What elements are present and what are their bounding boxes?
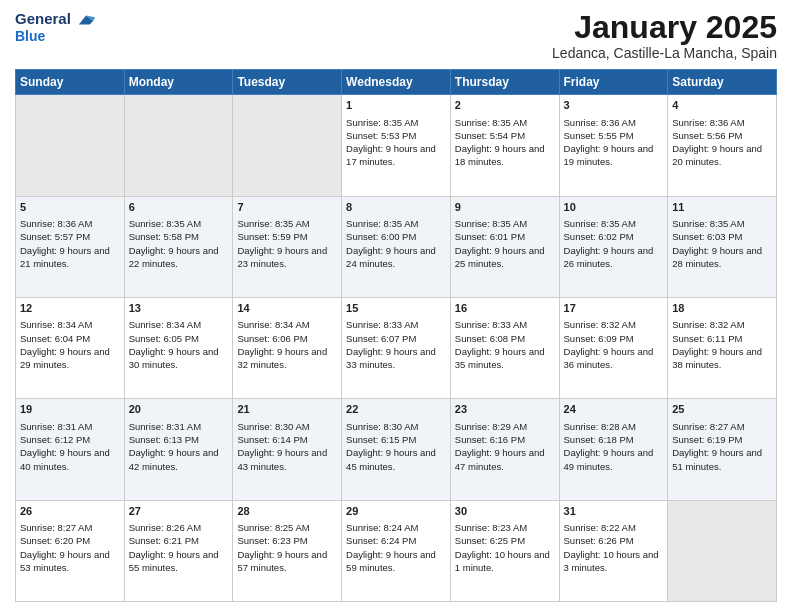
daylight-label: Daylight: 9 hours and 36 minutes.: [564, 346, 654, 370]
sunset: Sunset: 6:14 PM: [237, 434, 307, 445]
day-cell: 21Sunrise: 8:30 AMSunset: 6:14 PMDayligh…: [233, 399, 342, 500]
day-number: 18: [672, 301, 772, 316]
daylight-label: Daylight: 9 hours and 38 minutes.: [672, 346, 762, 370]
daylight-label: Daylight: 9 hours and 35 minutes.: [455, 346, 545, 370]
daylight-label: Daylight: 9 hours and 47 minutes.: [455, 447, 545, 471]
sunset: Sunset: 5:53 PM: [346, 130, 416, 141]
day-cell: 31Sunrise: 8:22 AMSunset: 6:26 PMDayligh…: [559, 500, 668, 601]
weekday-header-monday: Monday: [124, 70, 233, 95]
daylight-label: Daylight: 9 hours and 25 minutes.: [455, 245, 545, 269]
day-number: 30: [455, 504, 555, 519]
sunrise: Sunrise: 8:33 AM: [455, 319, 527, 330]
sunset: Sunset: 6:01 PM: [455, 231, 525, 242]
daylight-label: Daylight: 9 hours and 19 minutes.: [564, 143, 654, 167]
day-number: 24: [564, 402, 664, 417]
sunrise: Sunrise: 8:23 AM: [455, 522, 527, 533]
sunrise: Sunrise: 8:34 AM: [129, 319, 201, 330]
day-number: 23: [455, 402, 555, 417]
sunrise: Sunrise: 8:34 AM: [237, 319, 309, 330]
week-row-4: 19Sunrise: 8:31 AMSunset: 6:12 PMDayligh…: [16, 399, 777, 500]
day-number: 12: [20, 301, 120, 316]
daylight-label: Daylight: 10 hours and 3 minutes.: [564, 549, 659, 573]
sunrise: Sunrise: 8:35 AM: [564, 218, 636, 229]
sunset: Sunset: 6:11 PM: [672, 333, 742, 344]
day-number: 4: [672, 98, 772, 113]
day-number: 16: [455, 301, 555, 316]
day-number: 11: [672, 200, 772, 215]
daylight-label: Daylight: 9 hours and 51 minutes.: [672, 447, 762, 471]
day-number: 17: [564, 301, 664, 316]
sunset: Sunset: 6:24 PM: [346, 535, 416, 546]
daylight-label: Daylight: 9 hours and 55 minutes.: [129, 549, 219, 573]
day-cell: 22Sunrise: 8:30 AMSunset: 6:15 PMDayligh…: [342, 399, 451, 500]
day-cell: 10Sunrise: 8:35 AMSunset: 6:02 PMDayligh…: [559, 196, 668, 297]
daylight-label: Daylight: 9 hours and 32 minutes.: [237, 346, 327, 370]
day-cell: 6Sunrise: 8:35 AMSunset: 5:58 PMDaylight…: [124, 196, 233, 297]
daylight-label: Daylight: 9 hours and 42 minutes.: [129, 447, 219, 471]
sunrise: Sunrise: 8:30 AM: [346, 421, 418, 432]
day-cell: 3Sunrise: 8:36 AMSunset: 5:55 PMDaylight…: [559, 95, 668, 196]
sunrise: Sunrise: 8:35 AM: [129, 218, 201, 229]
day-cell: 27Sunrise: 8:26 AMSunset: 6:21 PMDayligh…: [124, 500, 233, 601]
day-cell: [233, 95, 342, 196]
daylight-label: Daylight: 9 hours and 30 minutes.: [129, 346, 219, 370]
day-cell: 15Sunrise: 8:33 AMSunset: 6:07 PMDayligh…: [342, 297, 451, 398]
day-number: 27: [129, 504, 229, 519]
day-cell: 30Sunrise: 8:23 AMSunset: 6:25 PMDayligh…: [450, 500, 559, 601]
day-cell: [124, 95, 233, 196]
daylight-label: Daylight: 9 hours and 29 minutes.: [20, 346, 110, 370]
sunrise: Sunrise: 8:31 AM: [129, 421, 201, 432]
day-cell: 18Sunrise: 8:32 AMSunset: 6:11 PMDayligh…: [668, 297, 777, 398]
day-cell: 17Sunrise: 8:32 AMSunset: 6:09 PMDayligh…: [559, 297, 668, 398]
day-number: 19: [20, 402, 120, 417]
day-cell: 14Sunrise: 8:34 AMSunset: 6:06 PMDayligh…: [233, 297, 342, 398]
logo-blue-text: Blue: [15, 28, 95, 45]
week-row-5: 26Sunrise: 8:27 AMSunset: 6:20 PMDayligh…: [16, 500, 777, 601]
calendar-table: SundayMondayTuesdayWednesdayThursdayFrid…: [15, 69, 777, 602]
weekday-header-thursday: Thursday: [450, 70, 559, 95]
sunset: Sunset: 6:06 PM: [237, 333, 307, 344]
daylight-label: Daylight: 9 hours and 40 minutes.: [20, 447, 110, 471]
day-cell: 28Sunrise: 8:25 AMSunset: 6:23 PMDayligh…: [233, 500, 342, 601]
sunrise: Sunrise: 8:36 AM: [564, 117, 636, 128]
day-number: 25: [672, 402, 772, 417]
sunset: Sunset: 5:54 PM: [455, 130, 525, 141]
sunset: Sunset: 6:03 PM: [672, 231, 742, 242]
day-cell: 26Sunrise: 8:27 AMSunset: 6:20 PMDayligh…: [16, 500, 125, 601]
week-row-1: 1Sunrise: 8:35 AMSunset: 5:53 PMDaylight…: [16, 95, 777, 196]
sunrise: Sunrise: 8:32 AM: [564, 319, 636, 330]
sunrise: Sunrise: 8:35 AM: [237, 218, 309, 229]
day-cell: 5Sunrise: 8:36 AMSunset: 5:57 PMDaylight…: [16, 196, 125, 297]
day-cell: 4Sunrise: 8:36 AMSunset: 5:56 PMDaylight…: [668, 95, 777, 196]
daylight-label: Daylight: 9 hours and 53 minutes.: [20, 549, 110, 573]
week-row-3: 12Sunrise: 8:34 AMSunset: 6:04 PMDayligh…: [16, 297, 777, 398]
weekday-header-friday: Friday: [559, 70, 668, 95]
day-cell: 8Sunrise: 8:35 AMSunset: 6:00 PMDaylight…: [342, 196, 451, 297]
sunrise: Sunrise: 8:34 AM: [20, 319, 92, 330]
sunset: Sunset: 6:12 PM: [20, 434, 90, 445]
daylight-label: Daylight: 9 hours and 22 minutes.: [129, 245, 219, 269]
sunrise: Sunrise: 8:32 AM: [672, 319, 744, 330]
day-number: 28: [237, 504, 337, 519]
sunset: Sunset: 5:58 PM: [129, 231, 199, 242]
weekday-header-saturday: Saturday: [668, 70, 777, 95]
day-number: 6: [129, 200, 229, 215]
sunrise: Sunrise: 8:27 AM: [672, 421, 744, 432]
daylight-label: Daylight: 9 hours and 33 minutes.: [346, 346, 436, 370]
header: General Blue January 2025 Ledanca, Casti…: [15, 10, 777, 61]
location: Ledanca, Castille-La Mancha, Spain: [552, 45, 777, 61]
page: General Blue January 2025 Ledanca, Casti…: [0, 0, 792, 612]
weekday-header-sunday: Sunday: [16, 70, 125, 95]
sunset: Sunset: 6:07 PM: [346, 333, 416, 344]
week-row-2: 5Sunrise: 8:36 AMSunset: 5:57 PMDaylight…: [16, 196, 777, 297]
sunrise: Sunrise: 8:35 AM: [455, 117, 527, 128]
day-number: 3: [564, 98, 664, 113]
day-cell: 19Sunrise: 8:31 AMSunset: 6:12 PMDayligh…: [16, 399, 125, 500]
logo-general-text: General: [15, 10, 71, 27]
day-cell: 16Sunrise: 8:33 AMSunset: 6:08 PMDayligh…: [450, 297, 559, 398]
logo-icon: [77, 13, 95, 27]
logo: General Blue: [15, 10, 95, 45]
daylight-label: Daylight: 9 hours and 26 minutes.: [564, 245, 654, 269]
daylight-label: Daylight: 9 hours and 57 minutes.: [237, 549, 327, 573]
sunset: Sunset: 5:57 PM: [20, 231, 90, 242]
